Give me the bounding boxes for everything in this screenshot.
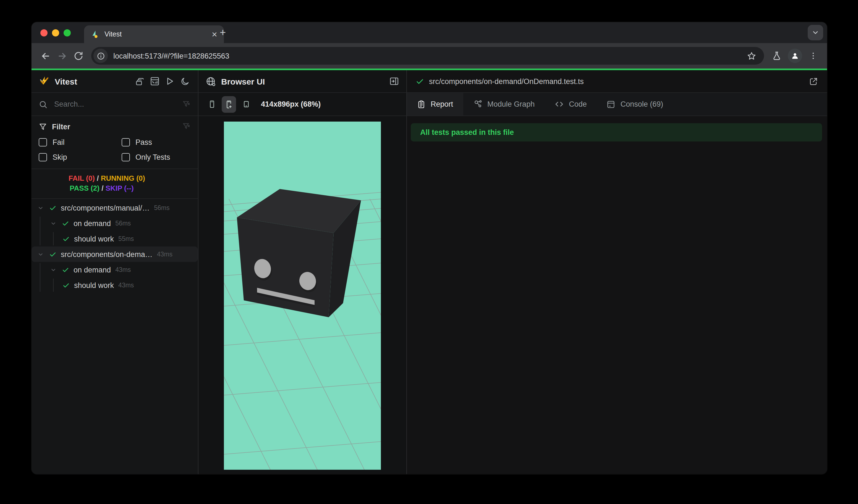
- search-input[interactable]: [53, 99, 176, 109]
- chevron-down-icon[interactable]: [36, 251, 45, 257]
- tab-report-label: Report: [431, 100, 453, 108]
- chevron-down-icon[interactable]: [36, 205, 45, 211]
- experiments-flask-icon[interactable]: [768, 48, 785, 64]
- sidebar-header: Vitest: [32, 70, 198, 93]
- maximize-window-button[interactable]: [64, 29, 71, 36]
- tab-module-graph[interactable]: Module Graph: [463, 93, 544, 115]
- test-file-row-selected[interactable]: src/components/on-dema… 43ms: [32, 246, 198, 262]
- clear-filter-icon[interactable]: [182, 122, 191, 131]
- device-tablet-button[interactable]: [239, 96, 253, 112]
- pass-check-icon: [48, 250, 57, 258]
- close-window-button[interactable]: [41, 29, 48, 36]
- rendered-test-canvas[interactable]: [224, 121, 381, 470]
- robot-cube-scene: [224, 121, 381, 470]
- external-link-icon[interactable]: [809, 77, 818, 86]
- separator: /: [101, 184, 104, 192]
- banner-text: All tests passed in this file: [420, 128, 514, 136]
- tab-code[interactable]: Code: [544, 93, 597, 115]
- new-tab-button[interactable]: +: [216, 26, 229, 39]
- dark-mode-moon-icon[interactable]: [178, 75, 191, 87]
- test-case-row[interactable]: should work 55ms: [32, 231, 198, 246]
- test-file-row[interactable]: src/components/manual/… 56ms: [32, 200, 198, 215]
- checkbox-icon[interactable]: [39, 138, 47, 146]
- browser-ui-panel: Browser UI 414x896px (68%): [198, 70, 407, 474]
- address-bar[interactable]: localhost:5173/#/?file=1828625563: [91, 47, 764, 65]
- profile-avatar[interactable]: [788, 49, 802, 63]
- tab-search-chevron-button[interactable]: [808, 25, 823, 40]
- sidebar-title: Vitest: [55, 77, 77, 86]
- test-file-path: src/components/on-demand/OnDemand.test.t…: [429, 77, 804, 85]
- test-label: src/components/on-dema…: [61, 250, 153, 258]
- vitest-ui: Vitest: [32, 70, 827, 474]
- tab-console-label: Console (69): [621, 100, 663, 108]
- test-duration: 43ms: [115, 266, 131, 273]
- preview-area: [198, 116, 406, 474]
- open-panel-right-icon[interactable]: [389, 76, 399, 86]
- chevron-down-icon[interactable]: [49, 267, 58, 273]
- filter-fail-checkbox[interactable]: Fail: [39, 138, 122, 146]
- tree-guide-line: [40, 217, 41, 245]
- bookmark-star-icon[interactable]: [744, 49, 759, 63]
- test-label: src/components/manual/…: [61, 204, 149, 212]
- tree-guide-line: [53, 232, 54, 245]
- skip-count: SKIP (--): [106, 184, 134, 192]
- code-icon: [555, 99, 564, 109]
- test-duration: 43ms: [118, 282, 134, 289]
- filter-pass-checkbox[interactable]: Pass: [122, 138, 191, 146]
- filter-title: Filter: [52, 123, 70, 131]
- test-duration: 43ms: [157, 251, 173, 258]
- test-case-row[interactable]: should work 43ms: [32, 277, 198, 293]
- chevron-down-icon[interactable]: [49, 220, 58, 226]
- filter-only-tests-label: Only Tests: [136, 153, 170, 161]
- filter-skip-checkbox[interactable]: Skip: [39, 153, 122, 161]
- viewport-size-label: 414x896px (68%): [261, 100, 321, 108]
- traffic-lights: [41, 29, 71, 36]
- report-panel: src/components/on-demand/OnDemand.test.t…: [407, 70, 827, 474]
- pass-check-icon: [61, 281, 70, 289]
- checkbox-icon[interactable]: [122, 138, 130, 146]
- filter-pass-label: Pass: [136, 138, 152, 146]
- browser-menu-kebab-icon[interactable]: [805, 48, 822, 64]
- browser-tab[interactable]: Vitest ✕: [84, 26, 224, 43]
- test-tree: src/components/manual/… 56ms on demand 5…: [32, 199, 198, 474]
- pass-check-icon: [61, 220, 70, 227]
- arrow-right-icon: [57, 51, 67, 61]
- fail-count: FAIL (0): [68, 174, 95, 182]
- forward-button[interactable]: [54, 48, 70, 64]
- tab-console[interactable]: Console (69): [597, 93, 673, 115]
- reload-icon: [74, 51, 83, 61]
- url-text[interactable]: localhost:5173/#/?file=1828625563: [113, 52, 744, 60]
- arrow-left-icon: [40, 51, 51, 61]
- tab-code-label: Code: [569, 100, 587, 108]
- browser-ui-title: Browser UI: [221, 77, 265, 86]
- tab-title: Vitest: [105, 30, 209, 38]
- test-suite-row[interactable]: on demand 43ms: [32, 262, 198, 277]
- pass-check-icon: [61, 266, 70, 273]
- back-button[interactable]: [37, 48, 54, 64]
- device-phone-plus-button[interactable]: [222, 96, 236, 112]
- tree-guide-line: [40, 263, 41, 292]
- test-label: should work: [74, 234, 114, 243]
- filter-only-tests-checkbox[interactable]: Only Tests: [122, 153, 191, 161]
- collapse-panels-icon[interactable]: [134, 75, 146, 87]
- tab-report[interactable]: Report: [407, 93, 463, 115]
- filter-skip-label: Skip: [52, 153, 67, 161]
- minimize-window-button[interactable]: [52, 29, 59, 36]
- test-label: on demand: [74, 265, 111, 274]
- site-info-icon[interactable]: [93, 49, 108, 63]
- checkbox-icon[interactable]: [39, 153, 47, 161]
- tab-strip: Vitest ✕ +: [32, 22, 827, 43]
- tree-guide-line: [53, 278, 54, 292]
- separator: /: [97, 174, 99, 182]
- clipboard-icon: [417, 100, 426, 109]
- test-suite-row[interactable]: on demand 56ms: [32, 215, 198, 231]
- run-all-play-icon[interactable]: [164, 75, 176, 87]
- browser-window: Vitest ✕ + localhost:5173/#: [32, 22, 827, 474]
- reload-button[interactable]: [70, 48, 87, 64]
- clear-filter-icon[interactable]: [182, 100, 191, 109]
- dashboard-icon[interactable]: [149, 75, 161, 87]
- checkbox-icon[interactable]: [122, 153, 130, 161]
- browser-toolbar: localhost:5173/#/?file=1828625563: [32, 43, 827, 68]
- viewport-toolbar: 414x896px (68%): [198, 93, 406, 116]
- device-phone-small-button[interactable]: [205, 96, 219, 112]
